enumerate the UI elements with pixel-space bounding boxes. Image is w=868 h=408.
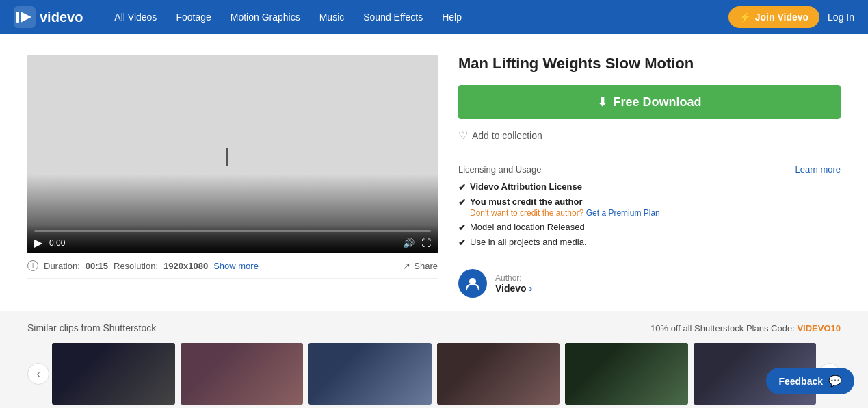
feedback-button[interactable]: Feedback 💬: [766, 368, 854, 394]
similar-title: Similar clips from Shutterstock: [27, 322, 156, 333]
author-avatar-icon: [465, 276, 480, 291]
share-label: Share: [414, 261, 438, 271]
share-icon: ↗: [403, 261, 410, 271]
nav-all-videos[interactable]: All Videos: [106, 8, 165, 27]
licensing-label: Licensing and Usage: [458, 164, 541, 175]
prev-arrow-button[interactable]: ‹: [27, 363, 49, 385]
clip-thumb-4[interactable]: [437, 343, 560, 405]
navbar-actions: ⚡ Join Videvo Log In: [728, 6, 854, 28]
add-collection-button[interactable]: ♡ Add to collection: [458, 129, 841, 153]
play-button[interactable]: ▶: [34, 236, 42, 249]
author-arrow: ›: [529, 283, 533, 294]
promo-text: 10% off all Shutterstock Plans: [650, 323, 768, 333]
controls-row: ▶ 0:00 🔊 ⛶: [34, 236, 431, 249]
clip-thumb-2[interactable]: [181, 343, 304, 405]
progress-bar[interactable]: [34, 230, 431, 232]
nav-sound-effects[interactable]: Sound Effects: [355, 8, 431, 27]
clips-container: [52, 343, 816, 405]
video-meta: i Duration: 00:15 Resolution: 1920x1080 …: [27, 253, 438, 279]
license-item-model: ✔ Model and location Released: [458, 222, 841, 233]
right-panel: Man Lifting Weights Slow Motion ⬇ Free D…: [458, 55, 841, 298]
add-collection-label: Add to collection: [472, 130, 542, 141]
svg-rect-2: [16, 12, 19, 23]
controls-right: 🔊 ⛶: [403, 238, 431, 248]
controls-left: ▶ 0:00: [34, 236, 65, 249]
download-button[interactable]: ⬇ Free Download: [458, 85, 841, 119]
promo-code-prefix: Code:: [771, 323, 797, 333]
check-icon-4: ✔: [458, 238, 466, 248]
time-display: 0:00: [49, 238, 65, 248]
video-placeholder: |: [27, 55, 438, 253]
main-content: | ▶ 0:00 🔊 ⛶: [0, 34, 868, 311]
author-section: Author: Videvo ›: [458, 259, 841, 298]
nav-menu: All Videos Footage Motion Graphics Music…: [106, 8, 711, 27]
author-label: Author:: [495, 273, 532, 283]
video-player[interactable]: | ▶ 0:00 🔊 ⛶: [27, 55, 438, 253]
shutterstock-promo: 10% off all Shutterstock Plans Code: VID…: [650, 323, 841, 333]
check-icon-3: ✔: [458, 222, 466, 233]
license-credit-block: You must credit the author Don't want to…: [470, 196, 660, 218]
license-item-use: ✔ Use in all projects and media.: [458, 237, 841, 248]
chat-icon: 💬: [828, 374, 842, 387]
duration-value: 00:15: [86, 261, 108, 271]
author-avatar: [458, 269, 487, 298]
license-text-credit: You must credit the author: [470, 196, 582, 207]
join-button[interactable]: ⚡ Join Videvo: [728, 6, 819, 28]
license-item-attribution: ✔ Videvo Attribution License: [458, 181, 841, 192]
resolution-label: Resolution:: [114, 261, 158, 271]
clip-thumb-3[interactable]: [308, 343, 432, 405]
clip-thumb-5[interactable]: [565, 343, 688, 405]
feedback-label: Feedback: [778, 376, 823, 387]
clip-thumb-1[interactable]: [52, 343, 175, 405]
share-button[interactable]: ↗ Share: [403, 261, 438, 271]
author-name[interactable]: Videvo ›: [495, 283, 532, 294]
logo[interactable]: videvo: [14, 6, 83, 28]
video-section: | ▶ 0:00 🔊 ⛶: [27, 55, 438, 298]
check-icon-1: ✔: [458, 182, 466, 192]
license-text-attribution: Videvo Attribution License: [470, 181, 582, 192]
video-controls: ▶ 0:00 🔊 ⛶: [27, 225, 438, 253]
video-cursor-char: |: [224, 144, 229, 166]
login-button[interactable]: Log In: [828, 12, 854, 23]
nav-footage[interactable]: Footage: [168, 8, 219, 27]
navbar: videvo All Videos Footage Motion Graphic…: [0, 0, 868, 34]
similar-header: Similar clips from Shutterstock 10% off …: [27, 322, 841, 333]
licensing-row: Licensing and Usage Learn more: [458, 164, 841, 175]
premium-plan-link[interactable]: Get a Premium Plan: [586, 208, 660, 218]
join-label: Join Videvo: [755, 12, 808, 23]
download-label: Free Download: [613, 95, 701, 110]
nav-motion-graphics[interactable]: Motion Graphics: [222, 8, 308, 27]
logo-icon: [14, 6, 36, 28]
license-item-credit: ✔ You must credit the author Don't want …: [458, 196, 841, 218]
nav-help[interactable]: Help: [434, 8, 470, 27]
resolution-value: 1920x1080: [163, 261, 208, 271]
promo-code: VIDEVO10: [797, 323, 841, 333]
show-more-link[interactable]: Show more: [213, 261, 259, 271]
logo-text: videvo: [40, 10, 83, 25]
similar-section: Similar clips from Shutterstock 10% off …: [0, 311, 868, 408]
license-sub-credit: Don't want to credit the author? Get a P…: [470, 208, 660, 218]
clips-row: ‹ ›: [27, 343, 841, 405]
license-list: ✔ Videvo Attribution License ✔ You must …: [458, 181, 841, 248]
duration-label: Duration:: [44, 261, 80, 271]
license-text-use: Use in all projects and media.: [470, 237, 587, 247]
video-title: Man Lifting Weights Slow Motion: [458, 55, 841, 73]
author-info: Author: Videvo ›: [495, 273, 532, 294]
volume-icon[interactable]: 🔊: [403, 238, 415, 248]
learn-more-link[interactable]: Learn more: [795, 164, 841, 175]
download-icon: ⬇: [597, 94, 607, 110]
license-text-model: Model and location Released: [470, 222, 585, 232]
check-icon-2: ✔: [458, 197, 466, 207]
meta-info: i Duration: 00:15 Resolution: 1920x1080 …: [27, 260, 259, 271]
heart-icon: ♡: [458, 129, 468, 142]
fullscreen-icon[interactable]: ⛶: [421, 238, 431, 248]
nav-music[interactable]: Music: [311, 8, 353, 27]
lightning-icon: ⚡: [739, 12, 751, 23]
info-icon: i: [27, 260, 38, 271]
